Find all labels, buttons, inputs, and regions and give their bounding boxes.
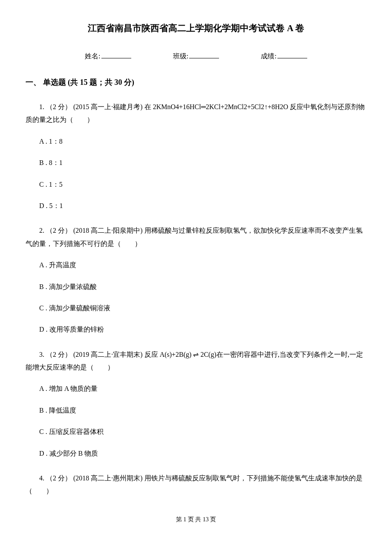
section-header: 一、 单选题 (共 15 题；共 30 分): [26, 76, 366, 89]
option-a: A . 增加 A 物质的量: [26, 382, 366, 395]
question-1: 1. （2 分） (2015 高一上·福建月考) 在 2KMnO4+16HCl═…: [26, 101, 366, 212]
student-info-row: 姓名: 班级: 成绩:: [26, 51, 366, 62]
option-a: A . 升高温度: [26, 259, 366, 272]
name-label: 姓名:: [85, 51, 100, 62]
option-b: B . 降低温度: [26, 404, 366, 417]
question-text: 4. （2 分） (2018 高二上·惠州期末) 用铁片与稀硫酸反应制取氢气时，…: [26, 472, 366, 498]
question-3: 3. （2 分） (2019 高二上·宜丰期末) 反应 A(s)+2B(g) ⇌…: [26, 348, 366, 460]
name-blank: [101, 58, 131, 58]
class-field: 班级:: [173, 51, 219, 62]
option-d: D . 减少部分 B 物质: [26, 447, 366, 460]
option-b: B . 8：1: [26, 156, 366, 169]
page-footer: 第 1 页 共 13 页: [26, 515, 366, 524]
option-a: A . 1：8: [26, 135, 366, 148]
question-text: 3. （2 分） (2019 高二上·宜丰期末) 反应 A(s)+2B(g) ⇌…: [26, 348, 366, 374]
option-c: C . 1：5: [26, 178, 366, 191]
option-c: C . 压缩反应容器体积: [26, 425, 366, 438]
document-title: 江西省南昌市陕西省高二上学期化学期中考试试卷 A 卷: [26, 21, 366, 36]
question-text: 1. （2 分） (2015 高一上·福建月考) 在 2KMnO4+16HCl═…: [26, 101, 366, 127]
question-2: 2. （2 分） (2018 高二上·阳泉期中) 用稀硫酸与过量锌粒反应制取氢气…: [26, 224, 366, 336]
option-b: B . 滴加少量浓硫酸: [26, 280, 366, 293]
option-d: D . 改用等质量的锌粉: [26, 323, 366, 336]
class-label: 班级:: [173, 51, 188, 62]
question-4: 4. （2 分） (2018 高二上·惠州期末) 用铁片与稀硫酸反应制取氢气时，…: [26, 472, 366, 498]
option-c: C . 滴加少量硫酸铜溶液: [26, 302, 366, 315]
score-blank: [277, 58, 307, 58]
class-blank: [189, 58, 219, 58]
question-text: 2. （2 分） (2018 高二上·阳泉期中) 用稀硫酸与过量锌粒反应制取氢气…: [26, 224, 366, 250]
option-d: D . 5：1: [26, 199, 366, 212]
name-field: 姓名:: [85, 51, 131, 62]
score-label: 成绩:: [261, 51, 276, 62]
score-field: 成绩:: [261, 51, 307, 62]
